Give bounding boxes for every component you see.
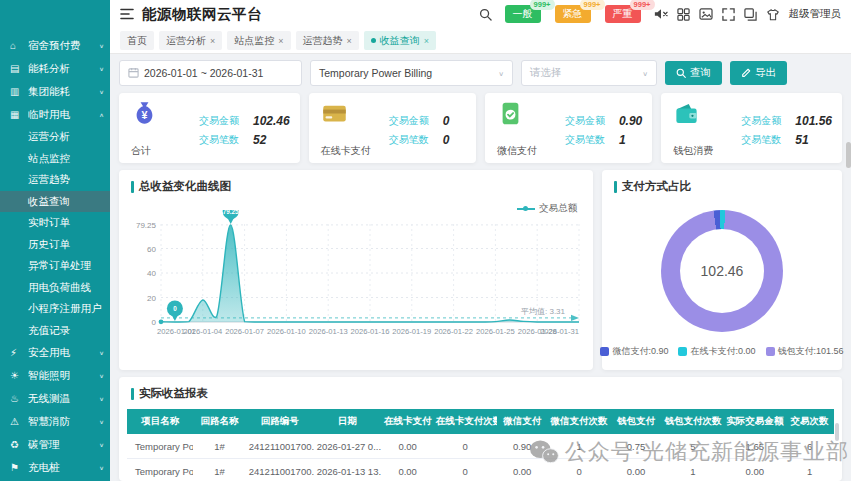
sidebar-subitem[interactable]: 用电负荷曲线 xyxy=(0,277,110,299)
mute-icon[interactable] xyxy=(654,8,668,20)
tab-运营趋势[interactable]: 运营趋势× xyxy=(296,31,359,50)
sidebar-subitem[interactable]: 运营趋势 xyxy=(0,169,110,191)
sidebar-submenu: 运营分析站点监控运营趋势收益查询实时订单历史订单异常订单处理用电负荷曲线小程序注… xyxy=(0,126,110,341)
pie-legend-item[interactable]: 微信支付:0.90 xyxy=(600,345,668,358)
svg-text:40: 40 xyxy=(147,269,156,278)
sidebar-subitem[interactable]: 历史订单 xyxy=(0,234,110,256)
tab-首页[interactable]: 首页 xyxy=(120,31,154,50)
svg-text:2026-01-16: 2026-01-16 xyxy=(351,327,390,336)
title-accent-bar xyxy=(131,181,134,193)
sidebar-item[interactable]: ⚑充电桩∨ xyxy=(0,456,110,479)
loop-select[interactable]: 请选择 ∨ xyxy=(521,60,657,86)
table-cell: Temporary Po... xyxy=(127,459,193,481)
legend-swatch xyxy=(600,347,609,356)
table-header-cell[interactable]: 在线卡支付 xyxy=(381,409,433,434)
legend-swatch xyxy=(766,347,775,356)
active-dot xyxy=(371,38,376,43)
grid-icon[interactable] xyxy=(677,8,690,21)
charging-icon: ⚑ xyxy=(10,462,24,473)
sidebar-subitem[interactable]: 异常订单处理 xyxy=(0,255,110,277)
table-row[interactable]: Temporary Po...1#241211001700...2026-01-… xyxy=(127,459,834,481)
sidebar-item[interactable]: ☀智能照明∨ xyxy=(0,364,110,387)
tab-运营分析[interactable]: 运营分析× xyxy=(159,31,222,50)
close-icon[interactable]: × xyxy=(347,36,352,46)
payment-donut-chart[interactable]: 102.46 xyxy=(661,210,783,332)
table-header-cell[interactable]: 项目名称 xyxy=(127,409,193,434)
menu-toggle-icon[interactable] xyxy=(120,8,134,20)
billing-type-select[interactable]: Temporary Power Billing ∨ xyxy=(310,60,513,86)
close-icon[interactable]: × xyxy=(278,36,283,46)
table-header-cell[interactable]: 微信支付 xyxy=(497,409,548,434)
search-icon[interactable] xyxy=(479,8,492,21)
table-header-cell[interactable]: 在线卡支付次数 xyxy=(434,409,497,434)
copy-icon[interactable] xyxy=(744,8,757,21)
revenue-line-chart-panel: 总收益变化曲线图 交易总额 020406079.252026-01-012026… xyxy=(119,170,593,370)
admin-name[interactable]: 超级管理员 xyxy=(789,7,842,21)
sidebar-item[interactable]: ⚠智慧消防∨ xyxy=(0,410,110,433)
sidebar-subitem[interactable]: 实时订单 xyxy=(0,212,110,234)
sidebar-item[interactable]: ♻碳管理∨ xyxy=(0,433,110,456)
sidebar-item[interactable]: ▥集团能耗∨ xyxy=(0,80,110,103)
date-range-input[interactable]: 2026-01-01 ~ 2026-01-31 xyxy=(119,60,302,86)
fullscreen-icon[interactable] xyxy=(722,8,735,21)
sidebar-subitem[interactable]: 收益查询 xyxy=(0,191,110,213)
revenue-line-chart[interactable]: 020406079.252026-01-012026-01-042026-01-… xyxy=(119,196,593,354)
table-cell: 0.00 xyxy=(381,434,433,459)
loop-select-placeholder: 请选择 xyxy=(530,66,562,80)
sidebar-item[interactable]: ⚡安全用电∨ xyxy=(0,341,110,364)
wallet-icon xyxy=(673,100,700,129)
svg-text:2026-01-07: 2026-01-07 xyxy=(225,327,264,336)
table-header-cell[interactable]: 钱包支付 xyxy=(611,409,662,434)
table-row[interactable]: Temporary Po...1#241211001700...2026-01-… xyxy=(127,434,834,459)
page-scrollbar[interactable] xyxy=(846,142,851,168)
table-header-cell[interactable]: 回路名称 xyxy=(193,409,245,434)
tab-站点监控[interactable]: 站点监控× xyxy=(227,31,290,50)
table-scrollbar[interactable] xyxy=(835,423,839,441)
date-range-value: 2026-01-01 ~ 2026-01-31 xyxy=(144,67,263,79)
sidebar-subitem[interactable]: 小程序注册用户 xyxy=(0,298,110,320)
table-cell: 1 xyxy=(548,434,611,459)
billing-type-value: Temporary Power Billing xyxy=(319,67,432,79)
sidebar-item[interactable]: ⌂宿舍预付费∨ xyxy=(0,34,110,57)
lighting-icon: ☀ xyxy=(10,370,24,381)
export-button[interactable]: 导出 xyxy=(730,61,787,85)
table-header-cell[interactable]: 钱包支付次数 xyxy=(661,409,724,434)
theme-shirt-icon[interactable] xyxy=(766,8,780,21)
sidebar: ⌂宿舍预付费∨▤能耗分析∨▥集团能耗∨▦临时用电∧运营分析站点监控运营趋势收益查… xyxy=(0,0,110,481)
stat-card-name: 钱包消费 xyxy=(673,144,713,158)
alarm-badge[interactable]: 一般999+ xyxy=(505,5,541,23)
pie-legend-item[interactable]: 钱包支付:101.56 xyxy=(766,345,844,358)
amount-value: 102.46 xyxy=(253,114,290,128)
image-icon[interactable] xyxy=(699,8,713,20)
close-icon[interactable]: × xyxy=(210,36,215,46)
table-header-cell[interactable]: 日期 xyxy=(314,409,382,434)
table-header-cell[interactable]: 回路编号 xyxy=(246,409,314,434)
tab-收益查询[interactable]: 收益查询× xyxy=(364,31,436,50)
table-header-cell[interactable]: 交易次数 xyxy=(785,409,834,434)
alarm-count-badge: 999+ xyxy=(630,0,655,10)
sidebar-subitem[interactable]: 站点监控 xyxy=(0,148,110,170)
sidebar-item[interactable]: ▦临时用电∧ xyxy=(0,103,110,126)
table-cell: 0.00 xyxy=(381,459,433,481)
calendar-icon xyxy=(128,67,139,80)
table-cell: 241211001700... xyxy=(246,434,314,459)
carbon-icon: ♻ xyxy=(10,439,24,450)
table-header-cell[interactable]: 实际交易金额 xyxy=(724,409,785,434)
pie-legend-item[interactable]: 在线卡支付:0.00 xyxy=(678,345,755,358)
stat-card: 微信支付交易金额0.90交易笔数1 xyxy=(485,93,652,163)
sidebar-subitem[interactable]: 运营分析 xyxy=(0,126,110,148)
table-cell: 0.75 xyxy=(611,434,662,459)
sidebar-item[interactable]: ▤能耗分析∨ xyxy=(0,57,110,80)
line-chart-legend[interactable]: 交易总额 xyxy=(517,202,577,215)
chevron-down-icon: ∨ xyxy=(99,349,104,355)
alarm-badge[interactable]: 紧急999+ xyxy=(555,5,591,23)
alarm-badge[interactable]: 严重999+ xyxy=(605,5,641,23)
analysis-icon: ▤ xyxy=(10,63,24,74)
search-button[interactable]: 查询 xyxy=(665,61,722,85)
group-energy-icon: ▥ xyxy=(10,86,24,97)
svg-text:2026-01-19: 2026-01-19 xyxy=(392,327,431,336)
sidebar-item[interactable]: ♨无线测温∨ xyxy=(0,387,110,410)
table-header-cell[interactable]: 微信支付次数 xyxy=(548,409,611,434)
close-icon[interactable]: × xyxy=(424,36,429,46)
sidebar-subitem[interactable]: 充值记录 xyxy=(0,320,110,342)
